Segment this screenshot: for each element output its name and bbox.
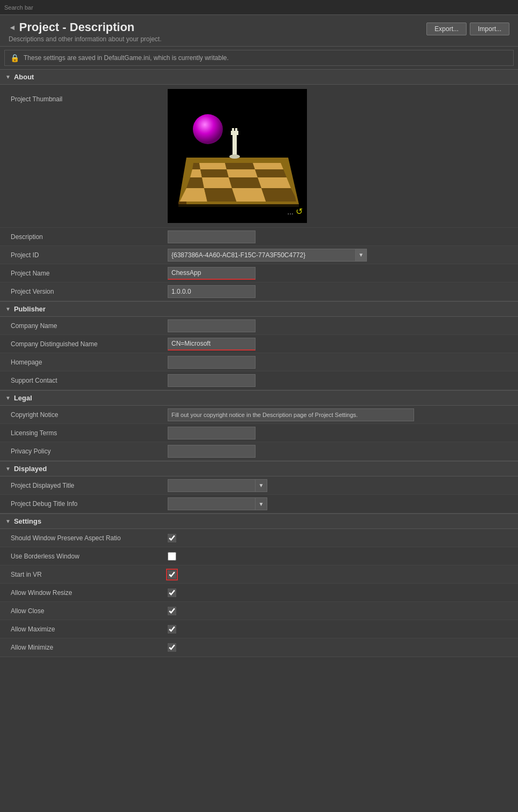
thumbnail-controls: ... ↺ xyxy=(287,206,303,217)
privacy-label: Privacy Policy xyxy=(0,444,163,458)
support-label: Support Contact xyxy=(0,374,163,388)
debug-title-row: Project Debug Title Info ▼ xyxy=(0,495,518,513)
start-vr-checkbox-container xyxy=(168,570,176,579)
project-name-input[interactable] xyxy=(168,267,256,280)
project-id-value: ▼ xyxy=(163,247,518,264)
info-bar: 🔒 These settings are saved in DefaultGam… xyxy=(4,50,514,66)
svg-marker-25 xyxy=(178,204,299,207)
debug-title-select-container: ▼ xyxy=(168,497,267,510)
thumbnail-refresh-button[interactable]: ↺ xyxy=(296,206,303,217)
start-vr-value xyxy=(163,568,518,581)
header-buttons: Export... Import... xyxy=(426,23,509,35)
licensing-label: Licensing Terms xyxy=(0,426,163,440)
support-row: Support Contact xyxy=(0,371,518,390)
svg-marker-12 xyxy=(200,169,229,177)
thumbnail-value: ... ↺ xyxy=(163,85,518,227)
allow-minimize-checkbox-container xyxy=(168,643,176,652)
preserve-aspect-row: Should Window Preserve Aspect Ratio xyxy=(0,529,518,547)
thumbnail-label: Project Thumbnail xyxy=(0,85,163,106)
description-input[interactable] xyxy=(168,230,256,243)
info-bar-text: These settings are saved in DefaultGame.… xyxy=(24,54,229,62)
company-name-row: Company Name xyxy=(0,317,518,335)
allow-close-checkbox[interactable] xyxy=(168,607,176,615)
displayed-title-input[interactable] xyxy=(168,479,256,492)
thumbnail-image[interactable]: ... ↺ xyxy=(168,89,307,223)
allow-resize-row: Allow Window Resize xyxy=(0,584,518,602)
company-name-value xyxy=(163,317,518,334)
debug-title-dropdown-button[interactable]: ▼ xyxy=(256,497,267,510)
displayed-section-header[interactable]: ▼ Displayed xyxy=(0,461,518,476)
company-dn-label: Company Distinguished Name xyxy=(0,337,163,351)
svg-marker-13 xyxy=(227,169,258,177)
svg-marker-18 xyxy=(253,163,283,169)
preserve-aspect-value xyxy=(163,532,518,545)
svg-marker-16 xyxy=(199,163,227,169)
allow-minimize-label: Allow Minimize xyxy=(0,640,163,654)
project-version-input[interactable] xyxy=(168,285,256,298)
company-name-input[interactable] xyxy=(168,319,256,332)
publisher-section-header[interactable]: ▼ Publisher xyxy=(0,301,518,317)
allow-resize-value xyxy=(163,586,518,599)
legal-section: ▼ Legal Copyright Notice Licensing Terms… xyxy=(0,390,518,461)
svg-marker-24 xyxy=(178,202,186,204)
svg-rect-21 xyxy=(232,128,234,132)
project-name-value xyxy=(163,265,518,282)
thumbnail-dots-button[interactable]: ... xyxy=(287,207,294,216)
allow-maximize-row: Allow Maximize xyxy=(0,620,518,638)
company-dn-input[interactable] xyxy=(168,338,256,351)
preserve-aspect-label: Should Window Preserve Aspect Ratio xyxy=(0,531,163,545)
borderless-checkbox[interactable] xyxy=(168,552,176,561)
displayed-title-row: Project Displayed Title ▼ xyxy=(0,476,518,495)
project-version-row: Project Version xyxy=(0,282,518,301)
page-subtitle: Descriptions and other information about… xyxy=(9,35,162,43)
svg-rect-22 xyxy=(235,128,237,132)
preserve-aspect-checkbox[interactable] xyxy=(168,534,176,542)
homepage-input[interactable] xyxy=(168,356,256,369)
support-input[interactable] xyxy=(168,374,256,387)
allow-resize-checkbox[interactable] xyxy=(168,588,176,597)
allow-close-value xyxy=(163,605,518,617)
start-vr-label: Start in VR xyxy=(0,568,163,582)
displayed-title-dropdown-button[interactable]: ▼ xyxy=(256,479,267,492)
project-id-dropdown-button[interactable]: ▼ xyxy=(355,249,367,262)
allow-close-checkbox-container xyxy=(168,607,176,615)
description-label: Description xyxy=(0,230,163,244)
company-dn-row: Company Distinguished Name xyxy=(0,335,518,353)
lock-icon: 🔒 xyxy=(10,54,19,62)
borderless-row: Use Borderless Window xyxy=(0,547,518,565)
debug-title-input[interactable] xyxy=(168,497,256,510)
svg-point-1 xyxy=(193,114,223,144)
displayed-title-label: Project Displayed Title xyxy=(0,479,163,493)
displayed-section: ▼ Displayed Project Displayed Title ▼ Pr… xyxy=(0,461,518,513)
copyright-input[interactable] xyxy=(168,408,414,421)
borderless-checkbox-container xyxy=(168,552,176,561)
displayed-arrow-icon: ▼ xyxy=(5,466,11,472)
privacy-value xyxy=(163,443,518,460)
svg-marker-15 xyxy=(192,163,200,169)
start-vr-checkbox[interactable] xyxy=(168,570,176,579)
allow-maximize-checkbox[interactable] xyxy=(168,625,176,634)
svg-marker-9 xyxy=(229,177,261,188)
licensing-input[interactable] xyxy=(168,427,256,439)
privacy-input[interactable] xyxy=(168,445,256,458)
settings-section-header[interactable]: ▼ Settings xyxy=(0,513,518,529)
import-button[interactable]: Import... xyxy=(470,23,509,35)
allow-minimize-checkbox[interactable] xyxy=(168,643,176,652)
debug-title-value: ▼ xyxy=(163,495,518,512)
legal-section-header[interactable]: ▼ Legal xyxy=(0,390,518,406)
privacy-row: Privacy Policy xyxy=(0,442,518,460)
project-id-input[interactable] xyxy=(168,249,355,262)
top-bar: Search bar xyxy=(0,0,518,15)
chess-scene-svg xyxy=(168,89,307,223)
export-button[interactable]: Export... xyxy=(426,23,467,35)
publisher-section: ▼ Publisher Company Name Company Disting… xyxy=(0,301,518,390)
settings-section-label: Settings xyxy=(14,517,41,525)
preserve-aspect-checkbox-container xyxy=(168,534,176,542)
licensing-row: Licensing Terms xyxy=(0,424,518,442)
displayed-title-select-container: ▼ xyxy=(168,479,267,492)
allow-resize-label: Allow Window Resize xyxy=(0,586,163,600)
publisher-arrow-icon: ▼ xyxy=(5,306,11,312)
about-section-header[interactable]: ▼ About xyxy=(0,69,518,85)
borderless-value xyxy=(163,550,518,563)
chess-squares xyxy=(178,163,299,204)
